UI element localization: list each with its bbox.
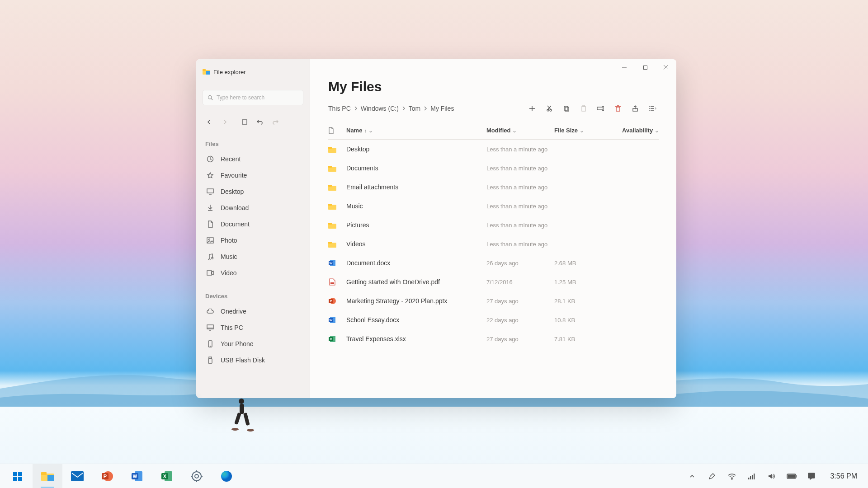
sidebar-item-desktop[interactable]: Desktop — [203, 183, 303, 200]
tray-expand-button[interactable] — [687, 473, 697, 479]
file-name: Pictures — [346, 221, 486, 229]
sidebar-item-your-phone[interactable]: Your Phone — [203, 336, 303, 352]
svg-rect-11 — [203, 69, 206, 71]
wifi-icon[interactable] — [727, 473, 737, 480]
sidebar-item-recent[interactable]: Recent — [203, 151, 303, 167]
delete-button[interactable] — [611, 102, 625, 115]
file-name: Email attachments — [346, 183, 486, 191]
breadcrumb-segment[interactable]: My Files — [430, 105, 454, 112]
svg-point-33 — [547, 109, 549, 111]
cut-button[interactable] — [542, 102, 556, 115]
action-center-icon[interactable] — [807, 472, 816, 480]
column-icon[interactable] — [328, 127, 346, 134]
svg-rect-45 — [616, 107, 620, 111]
table-row[interactable]: Getting started with OneDrive.pdf7/12/20… — [328, 272, 659, 291]
table-row[interactable]: DesktopLess than a minute ago — [328, 140, 659, 159]
folder-icon — [328, 164, 336, 172]
sidebar-item-download[interactable]: Download — [203, 200, 303, 216]
sidebar-item-video[interactable]: Video — [203, 265, 303, 281]
nav-forward-button[interactable] — [218, 115, 231, 129]
view-button[interactable] — [646, 102, 659, 115]
svg-rect-80 — [13, 472, 17, 476]
sidebar-item-onedrive[interactable]: Onedrive — [203, 303, 303, 319]
svg-rect-111 — [788, 475, 795, 478]
column-modified[interactable]: Modified⌄ — [486, 127, 554, 134]
sidebar-item-document[interactable]: Document — [203, 216, 303, 232]
pen-icon[interactable] — [707, 472, 717, 480]
minimize-button[interactable] — [614, 59, 635, 75]
volume-icon[interactable] — [767, 473, 777, 480]
column-availability[interactable]: Availability⌄ — [622, 127, 659, 134]
sidebar-item-label: This PC — [221, 324, 243, 331]
action-toolbar — [525, 102, 659, 115]
svg-rect-87 — [71, 471, 84, 481]
sidebar-item-this-pc[interactable]: This PC — [203, 319, 303, 336]
share-button[interactable] — [628, 102, 642, 115]
copy-button[interactable] — [560, 102, 573, 115]
breadcrumb-segment[interactable]: Tom — [409, 105, 420, 112]
taskbar-app-edge[interactable] — [212, 464, 241, 488]
taskbar-app-word[interactable]: W — [122, 464, 152, 488]
table-row[interactable]: PMarketing Strategy - 2020 Plan.pptx27 d… — [328, 291, 659, 310]
table-row[interactable]: WSchool Essay.docx22 days ago10.8 KB — [328, 310, 659, 329]
chevron-right-icon — [354, 106, 358, 111]
svg-rect-85 — [41, 472, 47, 475]
close-button[interactable] — [656, 59, 676, 75]
svg-rect-17 — [207, 189, 213, 193]
taskbar-app-powerpoint[interactable]: P — [92, 464, 122, 488]
sidebar-item-favourite[interactable]: Favourite — [203, 167, 303, 183]
nav-undo-button[interactable] — [253, 115, 267, 129]
column-name[interactable]: Name ↑ ⌄ — [346, 127, 486, 134]
taskbar-app-settings[interactable] — [182, 464, 212, 488]
svg-rect-105 — [748, 478, 750, 479]
svg-text:W: W — [330, 319, 333, 322]
svg-rect-81 — [18, 472, 22, 476]
nav-new-window-button[interactable] — [238, 115, 251, 129]
sidebar-item-label: Desktop — [221, 188, 244, 195]
nav-redo-button[interactable] — [269, 115, 282, 129]
table-row[interactable]: PicturesLess than a minute ago — [328, 216, 659, 235]
file-name: Music — [346, 202, 486, 210]
table-row[interactable]: MusicLess than a minute ago — [328, 197, 659, 216]
table-row[interactable]: VideosLess than a minute ago — [328, 235, 659, 253]
rename-button[interactable] — [594, 102, 608, 115]
cloud-icon — [206, 309, 214, 314]
file-size: 7.81 KB — [554, 336, 622, 343]
maximize-button[interactable] — [635, 59, 656, 75]
column-size[interactable]: File Size⌄ — [554, 127, 622, 134]
new-button[interactable] — [525, 102, 539, 115]
breadcrumb-segment[interactable]: Windows (C:) — [361, 105, 399, 112]
sidebar-item-label: Your Phone — [221, 340, 254, 347]
svg-point-0 — [239, 399, 244, 404]
table-row[interactable]: DocumentsLess than a minute ago — [328, 159, 659, 178]
video-icon — [206, 270, 214, 276]
window-titlebar: File explorer — [203, 66, 303, 78]
file-size: 10.8 KB — [554, 317, 622, 324]
start-button[interactable] — [3, 464, 33, 488]
sidebar-item-photo[interactable]: Photo — [203, 232, 303, 249]
sidebar-item-usb-flash-disk[interactable]: USB Flash Disk — [203, 352, 303, 368]
svg-rect-66 — [328, 242, 332, 244]
cellular-icon[interactable] — [747, 473, 757, 480]
usb-icon — [206, 357, 214, 364]
taskbar-app-file-explorer[interactable] — [33, 464, 62, 488]
pdf-icon — [328, 278, 336, 286]
sidebar-item-music[interactable]: Music — [203, 249, 303, 265]
paste-button[interactable] — [577, 102, 590, 115]
nav-back-button[interactable] — [203, 115, 216, 129]
battery-icon[interactable] — [787, 473, 797, 479]
svg-rect-70 — [330, 282, 334, 284]
table-row[interactable]: WDocument.docx26 days ago2.68 MB — [328, 253, 659, 272]
search-box[interactable] — [203, 90, 303, 105]
table-row[interactable]: XTravel Expenses.xlsx27 days ago7.81 KB — [328, 329, 659, 348]
sidebar-item-label: USB Flash Disk — [221, 357, 265, 364]
pc-icon — [206, 324, 214, 331]
file-modified: 7/12/2016 — [486, 279, 554, 286]
taskbar-app-excel[interactable]: X — [152, 464, 182, 488]
taskbar-clock[interactable]: 3:56 PM — [830, 472, 857, 480]
table-row[interactable]: Email attachmentsLess than a minute ago — [328, 178, 659, 197]
file-name: Documents — [346, 164, 486, 172]
search-input[interactable] — [217, 94, 298, 101]
breadcrumb-segment[interactable]: This PC — [328, 105, 351, 112]
taskbar-app-mail[interactable] — [62, 464, 92, 488]
